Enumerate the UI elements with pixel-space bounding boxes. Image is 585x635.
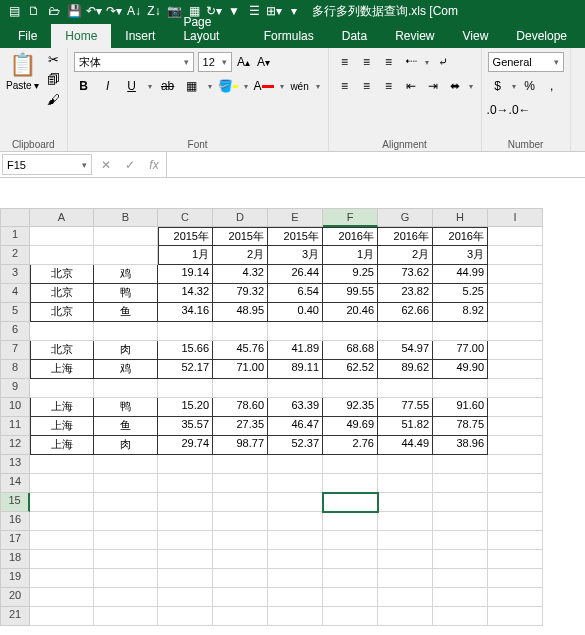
cell[interactable]: 1月: [158, 246, 213, 265]
cell[interactable]: 27.35: [213, 417, 268, 436]
cell[interactable]: 29.74: [158, 436, 213, 455]
row-header[interactable]: 4: [0, 284, 30, 303]
column-header[interactable]: E: [268, 208, 323, 227]
tab-insert[interactable]: Insert: [111, 24, 169, 48]
increase-indent-icon[interactable]: ⇥: [423, 76, 443, 96]
accounting-format-icon[interactable]: $: [488, 76, 508, 96]
cell[interactable]: [323, 588, 378, 607]
border-button[interactable]: ▦: [182, 76, 202, 96]
cell[interactable]: [94, 569, 158, 588]
cell[interactable]: [488, 360, 543, 379]
tab-home[interactable]: Home: [51, 24, 111, 48]
comma-format-icon[interactable]: ,: [542, 76, 562, 96]
cell[interactable]: 23.82: [378, 284, 433, 303]
cell[interactable]: 54.97: [378, 341, 433, 360]
cell[interactable]: 26.44: [268, 265, 323, 284]
row-header[interactable]: 2: [0, 246, 30, 265]
cell[interactable]: [378, 569, 433, 588]
row-header[interactable]: 8: [0, 360, 30, 379]
cell[interactable]: [488, 474, 543, 493]
cell[interactable]: [30, 227, 94, 246]
tab-developer[interactable]: Develope: [502, 24, 581, 48]
cell[interactable]: 49.90: [433, 360, 488, 379]
cell[interactable]: 1月: [323, 246, 378, 265]
cell[interactable]: [30, 607, 94, 626]
cell[interactable]: 62.66: [378, 303, 433, 322]
cell[interactable]: [94, 246, 158, 265]
cell[interactable]: [213, 379, 268, 398]
cell[interactable]: 19.14: [158, 265, 213, 284]
cell[interactable]: 68.68: [323, 341, 378, 360]
cell[interactable]: [213, 512, 268, 531]
cell[interactable]: 89.11: [268, 360, 323, 379]
cell[interactable]: 8.92: [433, 303, 488, 322]
cell[interactable]: [378, 493, 433, 512]
cell[interactable]: [488, 436, 543, 455]
cell[interactable]: [94, 512, 158, 531]
row-header[interactable]: 1: [0, 227, 30, 246]
cell[interactable]: 41.89: [268, 341, 323, 360]
cell[interactable]: [323, 512, 378, 531]
column-header[interactable]: F: [323, 208, 378, 227]
cell[interactable]: 71.00: [213, 360, 268, 379]
row-header[interactable]: 20: [0, 588, 30, 607]
cell[interactable]: [488, 284, 543, 303]
cell[interactable]: [488, 417, 543, 436]
cell[interactable]: [433, 512, 488, 531]
qat-customize-icon[interactable]: ▾: [284, 1, 304, 21]
cell[interactable]: [323, 569, 378, 588]
cell[interactable]: 15.20: [158, 398, 213, 417]
cell[interactable]: [30, 379, 94, 398]
cell[interactable]: 北京: [30, 265, 94, 284]
cell[interactable]: 2016年: [378, 227, 433, 246]
increase-font-icon[interactable]: A▴: [236, 52, 252, 72]
cell[interactable]: [433, 474, 488, 493]
cell[interactable]: 3月: [433, 246, 488, 265]
cell[interactable]: [268, 607, 323, 626]
row-header[interactable]: 3: [0, 265, 30, 284]
cell[interactable]: [94, 607, 158, 626]
cell[interactable]: [213, 531, 268, 550]
cell[interactable]: 15.66: [158, 341, 213, 360]
row-header[interactable]: 10: [0, 398, 30, 417]
cell[interactable]: [488, 227, 543, 246]
cell[interactable]: [213, 569, 268, 588]
cell[interactable]: [158, 531, 213, 550]
cell[interactable]: [488, 265, 543, 284]
cell[interactable]: [158, 607, 213, 626]
cell[interactable]: 91.60: [433, 398, 488, 417]
sort-desc-icon[interactable]: Z↓: [144, 1, 164, 21]
cell[interactable]: [268, 322, 323, 341]
cell[interactable]: [30, 455, 94, 474]
cancel-icon[interactable]: ✕: [94, 158, 118, 172]
cell[interactable]: [94, 455, 158, 474]
cell[interactable]: [268, 588, 323, 607]
phonetic-button[interactable]: wén: [290, 76, 310, 96]
cell[interactable]: [378, 512, 433, 531]
cell[interactable]: 38.96: [433, 436, 488, 455]
orientation-icon[interactable]: ⭪: [401, 52, 421, 72]
cell[interactable]: 肉: [94, 436, 158, 455]
align-middle-icon[interactable]: ≡: [357, 52, 377, 72]
cell[interactable]: [30, 246, 94, 265]
font-name-combo[interactable]: 宋体▾: [74, 52, 194, 72]
merge-center-icon[interactable]: ⬌: [445, 76, 465, 96]
row-header[interactable]: 18: [0, 550, 30, 569]
cell[interactable]: [488, 531, 543, 550]
cell[interactable]: [323, 455, 378, 474]
tab-data[interactable]: Data: [328, 24, 381, 48]
cell[interactable]: [433, 455, 488, 474]
cell[interactable]: 2月: [213, 246, 268, 265]
cell[interactable]: [94, 322, 158, 341]
cell[interactable]: 52.17: [158, 360, 213, 379]
cell[interactable]: [488, 493, 543, 512]
cell[interactable]: 北京: [30, 341, 94, 360]
format-painter-icon[interactable]: 🖌: [45, 90, 63, 108]
cell[interactable]: 51.82: [378, 417, 433, 436]
cell[interactable]: 98.77: [213, 436, 268, 455]
cell[interactable]: [213, 607, 268, 626]
column-header[interactable]: B: [94, 208, 158, 227]
align-center-icon[interactable]: ≡: [357, 76, 377, 96]
orientation-dropdown[interactable]: ▾: [423, 52, 431, 72]
cell[interactable]: [268, 455, 323, 474]
